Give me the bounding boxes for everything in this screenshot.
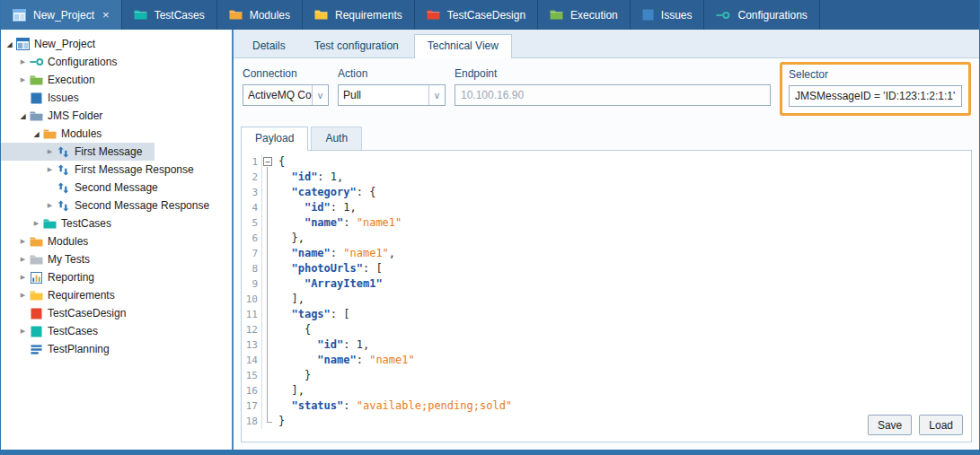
tree-item-requirements[interactable]: Requirements <box>1 286 128 304</box>
chart-icon <box>29 272 44 284</box>
save-button[interactable]: Save <box>868 415 912 435</box>
tree-item-testcases[interactable]: TestCases <box>1 322 110 340</box>
expand-arrow-icon[interactable] <box>17 292 29 299</box>
tree-item-reporting[interactable]: Reporting <box>1 268 107 286</box>
top-tab-new-project[interactable]: New_Project× <box>1 0 122 30</box>
tree-item-testcasedesign[interactable]: TestCaseDesign <box>1 304 138 322</box>
top-tab-label: Issues <box>661 9 693 22</box>
code-text[interactable]: "ArrayItem1" <box>274 276 383 292</box>
tree-item-label: TestCases <box>61 217 111 230</box>
tree-item-label: TestPlanning <box>48 343 110 355</box>
code-text[interactable]: ], <box>274 383 305 398</box>
action-select[interactable]: Pull <box>338 84 446 106</box>
top-tab-label: New_Project <box>33 9 94 22</box>
expand-arrow-icon[interactable] <box>31 220 42 227</box>
expand-arrow-icon[interactable] <box>17 328 29 335</box>
folder-icon <box>29 236 44 248</box>
expand-arrow-icon[interactable] <box>44 166 56 173</box>
fold-guide <box>262 383 274 398</box>
fold-collapse-icon[interactable] <box>262 154 274 170</box>
top-tab-testcasedesign[interactable]: TestCaseDesign <box>415 0 538 30</box>
dropdown-arrow-icon[interactable] <box>428 85 445 105</box>
fold-guide <box>262 292 274 307</box>
fold-guide <box>262 231 274 246</box>
tree-item-jms-folder[interactable]: JMS Folder <box>1 107 115 125</box>
code-text[interactable]: "id": 1, <box>274 337 369 353</box>
top-tab-execution[interactable]: Execution <box>538 0 631 30</box>
expand-arrow-icon[interactable] <box>44 148 56 155</box>
top-tab-requirements[interactable]: Requirements <box>303 0 415 30</box>
expand-arrow-icon[interactable] <box>17 256 29 263</box>
tree-item-label: New_Project <box>34 38 95 50</box>
expand-arrow-icon[interactable] <box>44 202 56 209</box>
tree-item-execution[interactable]: Execution <box>1 71 108 89</box>
tree-item-label: TestCaseDesign <box>48 307 126 319</box>
collapse-arrow-icon[interactable] <box>31 130 42 138</box>
tree-item-modules[interactable]: Modules <box>1 232 101 250</box>
code-text[interactable]: } <box>274 414 285 429</box>
connection-label: Connection <box>243 67 329 80</box>
top-tab-testcases[interactable]: TestCases <box>122 0 217 30</box>
code-text[interactable]: "category": { <box>274 185 375 200</box>
selector-label: Selector <box>789 68 962 81</box>
tree-item-configurations[interactable]: Configurations <box>1 53 129 71</box>
collapse-arrow-icon[interactable] <box>4 40 15 48</box>
tree-item-testplanning[interactable]: TestPlanning <box>1 340 122 358</box>
tab-technical-view[interactable]: Technical View <box>414 34 512 58</box>
folder-icon <box>29 254 44 266</box>
code-text[interactable]: } <box>274 368 311 383</box>
line-number: 4 <box>243 200 262 215</box>
tree-item-new-project[interactable]: New_Project <box>1 35 108 53</box>
tree-item-second-message[interactable]: Second Message <box>1 179 171 197</box>
line-number: 8 <box>243 261 262 276</box>
tree-item-my-tests[interactable]: My Tests <box>1 250 102 268</box>
selector-input[interactable] <box>789 85 962 107</box>
dropdown-arrow-icon[interactable] <box>312 85 328 105</box>
tree-item-modules[interactable]: Modules <box>1 125 114 143</box>
load-button[interactable]: Load <box>919 415 963 435</box>
tab-auth[interactable]: Auth <box>311 127 362 150</box>
top-tab-modules[interactable]: Modules <box>217 0 303 30</box>
close-tab-icon[interactable]: × <box>102 9 110 21</box>
collapse-arrow-icon[interactable] <box>17 112 29 120</box>
expand-arrow-icon[interactable] <box>17 76 29 83</box>
application-window: New_Project×TestCasesModulesRequirements… <box>0 0 980 455</box>
tree-item-first-message-response[interactable]: First Message Response <box>1 161 207 179</box>
code-editor-lines: 1{2 "id": 1,3 "category": {4 "id": 1,5 "… <box>243 154 971 429</box>
code-text[interactable]: "tags": [ <box>274 307 350 322</box>
tab-test-configuration[interactable]: Test configuration <box>301 34 412 57</box>
top-tab-configurations[interactable]: Configurations <box>704 0 819 30</box>
code-text[interactable]: { <box>274 322 311 337</box>
expand-arrow-icon[interactable] <box>17 274 29 281</box>
tree-item-issues[interactable]: Issues <box>1 89 92 107</box>
code-text[interactable]: "name": "name1" <box>274 215 402 231</box>
fold-guide <box>262 200 274 215</box>
code-text[interactable]: }, <box>274 231 305 246</box>
tab-details[interactable]: Details <box>239 34 299 57</box>
main-panel: DetailsTest configurationTechnical View … <box>234 30 979 450</box>
tree-item-first-message[interactable]: First Message <box>1 143 155 161</box>
action-field: Action Pull <box>338 67 446 106</box>
code-text[interactable]: "photoUrls": [ <box>274 261 383 276</box>
top-tab-issues[interactable]: Issues <box>631 0 705 30</box>
code-text[interactable]: "name": "name1" <box>274 353 415 368</box>
endpoint-input[interactable] <box>455 84 771 106</box>
code-text[interactable]: "id": 1, <box>274 200 357 215</box>
code-line: 2 "id": 1, <box>243 170 971 185</box>
tab-payload[interactable]: Payload <box>241 127 308 151</box>
line-number: 10 <box>243 292 262 307</box>
code-text[interactable]: "name": "name1", <box>274 246 395 261</box>
tree-item-second-message-response[interactable]: Second Message Response <box>1 197 222 214</box>
tree-item-testcases[interactable]: TestCases <box>1 214 124 232</box>
tree-item-label: Configurations <box>48 56 117 68</box>
code-text[interactable]: "id": 1, <box>274 170 343 185</box>
square-icon <box>29 326 44 337</box>
expand-arrow-icon[interactable] <box>17 58 29 66</box>
code-text[interactable]: ], <box>274 292 305 307</box>
expand-arrow-icon[interactable] <box>17 238 29 245</box>
technical-view-content: Connection ActiveMQ Conne Action Pull <box>234 58 979 450</box>
code-text[interactable]: "status": "available;pending;sold" <box>274 398 512 414</box>
code-line: 14 "name": "name1" <box>243 353 971 368</box>
connection-select[interactable]: ActiveMQ Conne <box>243 84 329 106</box>
code-text[interactable]: { <box>274 154 285 170</box>
